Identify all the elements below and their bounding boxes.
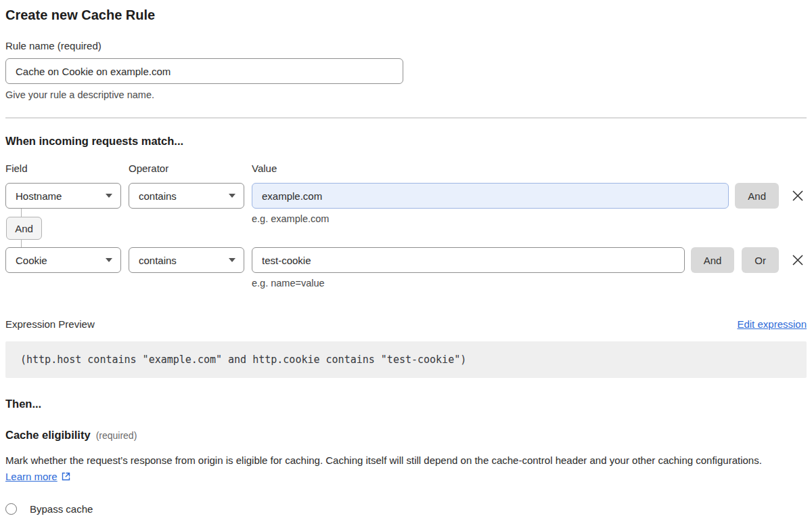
remove-condition-button-2[interactable]	[790, 247, 805, 273]
value-input-1[interactable]	[252, 183, 729, 209]
field-select-1-value: Hostname	[16, 190, 62, 202]
field-column-label: Field	[5, 163, 129, 174]
condition-column-labels: Field Operator Value	[5, 163, 807, 174]
field-select-2[interactable]: Cookie	[5, 247, 121, 273]
chevron-down-icon	[106, 258, 112, 262]
radio-label: Bypass cache	[30, 503, 93, 515]
learn-more-link[interactable]: Learn more	[5, 471, 58, 482]
create-cache-rule-page: Create new Cache Rule Rule name (require…	[0, 0, 812, 531]
expression-preview-header: Expression Preview Edit expression	[5, 318, 807, 330]
value-hint-1: e.g. example.com	[252, 213, 329, 224]
condition-row-2: Cookie contains And Or	[5, 247, 807, 273]
operator-select-2-value: contains	[139, 255, 177, 266]
condition-connector-area: e.g. example.com And	[5, 209, 807, 247]
description-text: Mark whether the request’s response from…	[5, 454, 762, 466]
close-icon	[791, 253, 805, 267]
rule-name-label: Rule name (required)	[5, 40, 807, 51]
connector-and-button[interactable]: And	[6, 217, 42, 240]
and-button-row-1[interactable]: And	[735, 183, 779, 209]
chevron-down-icon	[229, 194, 235, 198]
value-input-2[interactable]	[252, 247, 685, 273]
expression-code-block: (http.host contains "example.com" and ht…	[5, 341, 807, 378]
page-title: Create new Cache Rule	[5, 7, 807, 23]
cache-eligibility-heading-row: Cache eligibility (required)	[5, 429, 807, 442]
external-link-icon	[61, 471, 71, 482]
chevron-down-icon	[229, 258, 235, 262]
value-hint-2: e.g. name=value	[252, 278, 807, 289]
close-icon	[791, 189, 805, 203]
cache-eligibility-options: Bypass cache Eligible for cache	[5, 503, 807, 531]
chevron-down-icon	[106, 194, 112, 198]
rule-name-input[interactable]	[5, 58, 403, 84]
expression-preview-label: Expression Preview	[5, 318, 95, 330]
operator-select-1-value: contains	[139, 190, 177, 202]
section-divider	[5, 117, 807, 119]
required-note: (required)	[96, 430, 137, 441]
value-column-label: Value	[252, 163, 277, 174]
remove-condition-button-1[interactable]	[790, 183, 805, 209]
operator-select-1[interactable]: contains	[129, 183, 244, 209]
or-button-row-2[interactable]: Or	[742, 247, 779, 273]
operator-column-label: Operator	[129, 163, 252, 174]
field-select-1[interactable]: Hostname	[5, 183, 121, 209]
and-button-row-2[interactable]: And	[691, 247, 735, 273]
then-heading: Then...	[5, 398, 807, 410]
field-select-2-value: Cookie	[16, 255, 47, 266]
edit-expression-link[interactable]: Edit expression	[737, 318, 807, 330]
rule-name-helper: Give your rule a descriptive name.	[5, 89, 807, 100]
condition-row-1: Hostname contains And	[5, 183, 807, 209]
operator-select-2[interactable]: contains	[129, 247, 244, 273]
match-heading: When incoming requests match...	[5, 135, 807, 148]
radio-unselected-icon	[5, 503, 17, 515]
cache-eligibility-heading: Cache eligibility	[5, 429, 91, 442]
cache-eligibility-description: Mark whether the request’s response from…	[5, 452, 790, 485]
radio-option-bypass-cache[interactable]: Bypass cache	[5, 503, 807, 515]
